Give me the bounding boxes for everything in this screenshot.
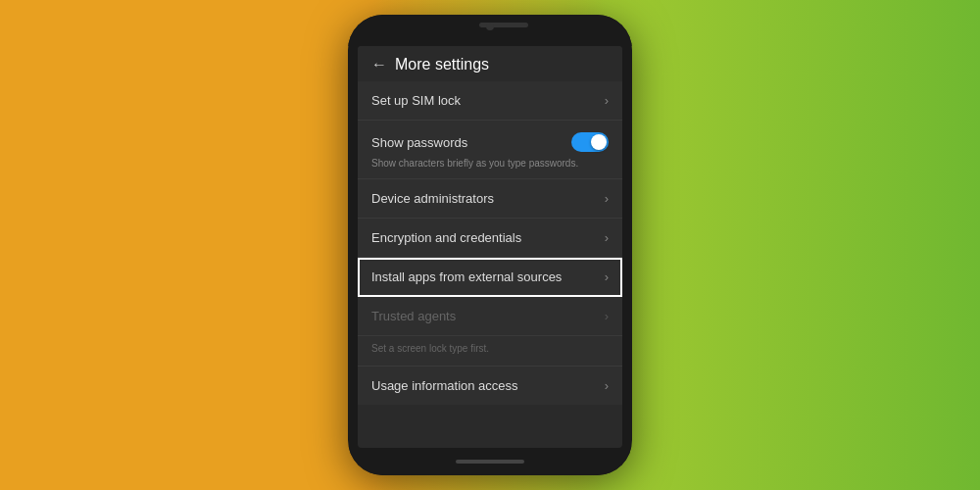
toggle-knob xyxy=(591,134,607,150)
trusted-agents-label: Trusted agents xyxy=(371,309,456,323)
sim-lock-label: Set up SIM lock xyxy=(371,93,461,108)
phone-camera xyxy=(486,23,494,30)
home-indicator xyxy=(456,460,524,464)
settings-item-install-apps[interactable]: Install apps from external sources › xyxy=(358,258,622,297)
chevron-icon: › xyxy=(605,230,609,245)
settings-item-encryption[interactable]: Encryption and credentials › xyxy=(358,219,622,258)
chevron-icon: › xyxy=(605,93,609,108)
settings-item-show-passwords[interactable]: Show passwords xyxy=(358,121,622,156)
settings-item-usage-info[interactable]: Usage information access › xyxy=(358,367,622,405)
phone-top-bar xyxy=(348,15,632,46)
encryption-label: Encryption and credentials xyxy=(371,230,521,245)
screen-header: ← More settings xyxy=(358,46,622,81)
settings-item-trusted-agents[interactable]: Trusted agents › xyxy=(358,297,622,336)
show-passwords-label: Show passwords xyxy=(371,135,467,150)
chevron-icon: › xyxy=(605,378,609,393)
phone-bottom-bar xyxy=(348,448,632,475)
screen-title: More settings xyxy=(395,56,489,74)
chevron-icon: › xyxy=(605,309,609,323)
settings-item-sim-lock[interactable]: Set up SIM lock › xyxy=(358,81,622,121)
settings-list: Set up SIM lock › Show passwords Show ch… xyxy=(358,81,622,448)
chevron-icon: › xyxy=(605,191,609,206)
trusted-agents-subtext: Set a screen lock type first. xyxy=(371,343,489,354)
device-admins-label: Device administrators xyxy=(371,191,494,206)
back-arrow-icon[interactable]: ← xyxy=(371,56,387,74)
usage-info-label: Usage information access xyxy=(371,378,518,393)
trusted-agents-subtext-row: Set a screen lock type first. xyxy=(358,336,622,367)
phone-frame: ← More settings Set up SIM lock › Show p… xyxy=(348,15,632,475)
chevron-icon: › xyxy=(605,270,609,284)
settings-item-device-admins[interactable]: Device administrators › xyxy=(358,179,622,219)
show-passwords-subtext: Show characters briefly as you type pass… xyxy=(358,156,622,179)
install-apps-label: Install apps from external sources xyxy=(371,270,562,284)
phone-screen: ← More settings Set up SIM lock › Show p… xyxy=(358,46,622,448)
show-passwords-toggle[interactable] xyxy=(571,132,609,152)
